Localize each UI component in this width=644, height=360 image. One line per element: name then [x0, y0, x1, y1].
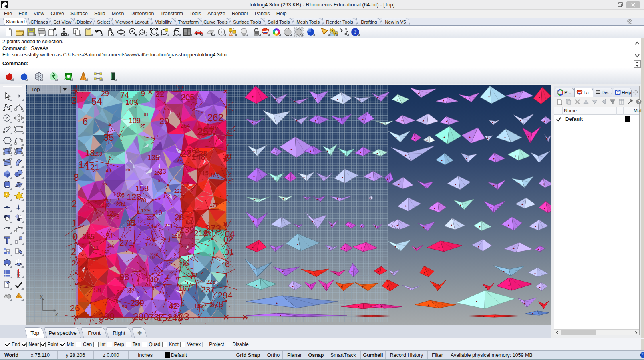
svg-text:146: 146	[107, 244, 114, 248]
svg-text:177: 177	[210, 202, 218, 208]
svg-text:240: 240	[102, 202, 110, 208]
svg-text:56: 56	[125, 166, 130, 172]
svg-text:273: 273	[205, 223, 221, 234]
svg-text:278: 278	[210, 300, 223, 309]
svg-text:232: 232	[181, 148, 197, 159]
svg-text:109: 109	[186, 219, 194, 225]
svg-text:257: 257	[197, 126, 214, 138]
svg-text:3: 3	[71, 94, 77, 106]
svg-text:11: 11	[93, 244, 99, 251]
svg-text:02: 02	[223, 234, 233, 244]
svg-text:51: 51	[106, 232, 114, 240]
svg-text:122: 122	[109, 213, 117, 218]
svg-text:14: 14	[78, 159, 89, 170]
svg-text:153: 153	[171, 302, 180, 308]
svg-text:58: 58	[94, 287, 101, 294]
svg-text:35: 35	[103, 132, 114, 143]
svg-text:2: 2	[72, 198, 77, 209]
svg-text:57: 57	[158, 178, 163, 183]
svg-text:03: 03	[179, 311, 189, 322]
svg-text:167: 167	[179, 284, 191, 292]
svg-text:221: 221	[174, 188, 182, 194]
svg-text:35: 35	[127, 289, 133, 294]
svg-text:269: 269	[154, 170, 162, 176]
svg-text:7: 7	[224, 142, 229, 152]
svg-text:158: 158	[135, 184, 149, 193]
svg-text:95: 95	[126, 218, 135, 228]
svg-text:29: 29	[101, 90, 109, 98]
svg-text:30: 30	[223, 152, 231, 161]
svg-text:9: 9	[141, 90, 145, 98]
svg-text:109: 109	[125, 98, 137, 106]
svg-text:Top: Top	[31, 86, 40, 92]
svg-text:6: 6	[225, 259, 230, 269]
svg-text:217: 217	[173, 194, 185, 202]
svg-text:208: 208	[94, 151, 102, 157]
svg-text:149: 149	[145, 275, 158, 284]
svg-text:205: 205	[181, 93, 194, 102]
svg-text:166: 166	[194, 304, 202, 309]
svg-text:290: 290	[133, 311, 149, 322]
svg-text:271: 271	[119, 238, 133, 247]
svg-text:239: 239	[130, 298, 144, 307]
svg-text:1: 1	[72, 218, 77, 228]
svg-text:177: 177	[145, 242, 154, 248]
svg-text:74: 74	[120, 90, 129, 99]
svg-text:19: 19	[149, 255, 155, 260]
svg-text:22: 22	[155, 90, 164, 98]
svg-text:254: 254	[181, 122, 190, 129]
svg-text:123: 123	[141, 208, 150, 214]
svg-text:109: 109	[129, 117, 141, 125]
svg-text:237: 237	[201, 285, 215, 294]
svg-text:234: 234	[116, 201, 126, 208]
svg-text:294: 294	[218, 290, 233, 300]
svg-text:01: 01	[224, 247, 234, 257]
svg-text:26: 26	[70, 303, 80, 313]
svg-text:49: 49	[106, 168, 111, 174]
svg-text:223: 223	[206, 278, 216, 285]
svg-text:2: 2	[71, 258, 76, 268]
svg-text:?: ?	[354, 29, 357, 35]
svg-text:6: 6	[83, 116, 88, 127]
svg-text:0: 0	[72, 231, 78, 242]
svg-text:94: 94	[122, 304, 127, 310]
svg-text:?: ?	[638, 100, 640, 104]
svg-text:?: ?	[617, 90, 619, 94]
svg-text:262: 262	[207, 112, 223, 123]
svg-text:17: 17	[181, 181, 189, 189]
svg-text:20: 20	[159, 116, 169, 126]
svg-text:128: 128	[127, 192, 141, 202]
svg-text:x: x	[55, 311, 58, 317]
svg-text:22: 22	[117, 289, 123, 296]
svg-text:28: 28	[199, 150, 207, 158]
svg-text:25: 25	[140, 124, 146, 129]
svg-text:5: 5	[209, 252, 211, 258]
svg-text:10: 10	[155, 210, 162, 216]
svg-text:239: 239	[179, 225, 194, 235]
svg-text:115: 115	[199, 170, 209, 176]
svg-text:91: 91	[144, 112, 149, 117]
svg-text:162: 162	[101, 250, 109, 255]
svg-text:135: 135	[147, 154, 159, 162]
svg-text:57: 57	[92, 167, 98, 173]
svg-text:265: 265	[83, 233, 95, 241]
svg-text:105: 105	[117, 192, 125, 198]
svg-text:120: 120	[137, 219, 145, 224]
svg-text:167: 167	[210, 172, 219, 178]
svg-text:23: 23	[102, 182, 108, 188]
svg-text:8: 8	[74, 172, 79, 183]
svg-text:18: 18	[85, 148, 95, 158]
svg-text:54: 54	[91, 96, 102, 107]
svg-text:2: 2	[71, 246, 76, 257]
svg-text:98: 98	[119, 272, 129, 282]
svg-text:225: 225	[147, 216, 154, 220]
svg-text:211: 211	[164, 223, 173, 229]
svg-text:299: 299	[99, 311, 115, 322]
